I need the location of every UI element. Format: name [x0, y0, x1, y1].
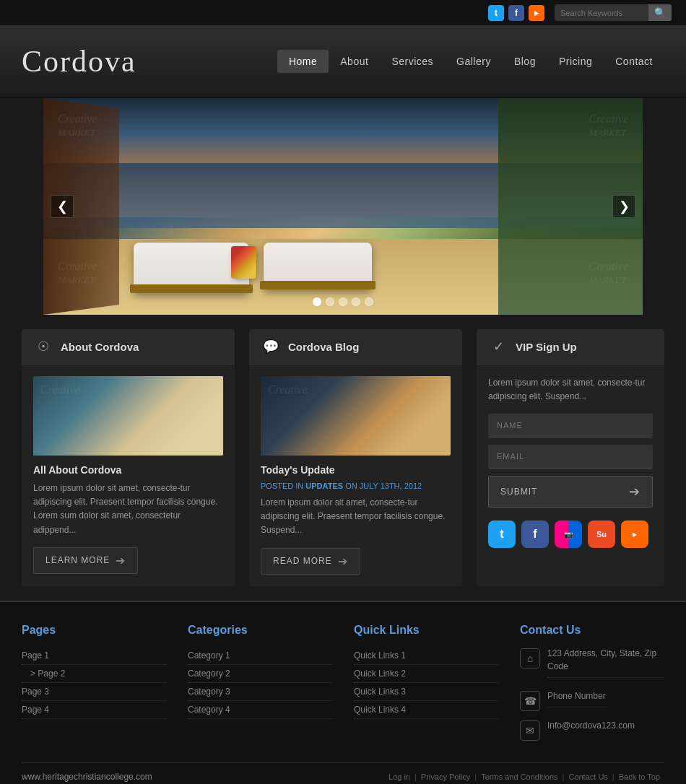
- vip-card-title: VIP Sign Up: [516, 341, 577, 353]
- about-post-title: All About Cordova: [33, 464, 223, 476]
- vip-stumble-icon[interactable]: Su: [588, 521, 615, 548]
- footer-pages-title: Pages: [22, 624, 166, 637]
- blog-meta-prefix: Posted in: [261, 482, 305, 490]
- about-thumb: Creative: [33, 376, 223, 456]
- read-more-label: READ MORE: [273, 556, 332, 566]
- nav-gallery[interactable]: Gallery: [445, 50, 503, 73]
- footer-bottom: www.heritagechristiancollege.com Log in …: [22, 763, 664, 784]
- topbar-rss-icon[interactable]: ▸: [529, 5, 544, 21]
- footer-cat-4[interactable]: Category 4: [188, 701, 332, 719]
- footer-quicklinks-title: Quick Links: [354, 624, 498, 637]
- vip-card-body: Lorem ipsum dolor sit amet, consecte-tur…: [477, 365, 664, 559]
- footer-email-item: ✉ Info@cordova123.com: [520, 719, 664, 741]
- vip-submit-button[interactable]: SUBMIT ➔: [488, 476, 653, 508]
- blog-card-body: Creative Today's Update Posted in UPDATE…: [249, 365, 462, 586]
- footer-ql-3[interactable]: Quick Links 3: [354, 683, 498, 701]
- site-url: www.heritagechristiancollege.com: [22, 770, 152, 783]
- blog-text: Lorem ipsum dolor sit amet, consecte-tur…: [261, 496, 451, 538]
- slider-dot-4[interactable]: [352, 297, 360, 306]
- search-button[interactable]: 🔍: [648, 4, 672, 21]
- nav-about[interactable]: About: [329, 50, 380, 73]
- vip-rss-icon[interactable]: ▸: [621, 521, 648, 548]
- footer-backtotop-link[interactable]: Back to Top: [615, 772, 664, 781]
- phone-icon: ☎: [520, 691, 540, 711]
- footer-page-4[interactable]: Page 4: [22, 701, 166, 719]
- footer-page-2[interactable]: > Page 2: [22, 665, 166, 683]
- slider-dot-5[interactable]: [365, 297, 373, 306]
- vip-facebook-icon[interactable]: f: [521, 521, 549, 548]
- slider-dot-1[interactable]: [313, 297, 321, 306]
- footer-terms-link[interactable]: Terms and Conditions: [477, 772, 562, 781]
- footer-cat-3[interactable]: Category 3: [188, 683, 332, 701]
- logo: Cordova: [22, 44, 136, 79]
- check-icon: ✓: [488, 336, 508, 357]
- footer-address-item: ⌂ 123 Address, City, State, Zip Code: [520, 647, 664, 682]
- footer-contact-title: Contact Us: [520, 624, 664, 637]
- about-card-body: Creative All About Cordova Lorem ipsum d…: [22, 365, 235, 585]
- vip-twitter-icon[interactable]: t: [488, 521, 516, 548]
- vip-card-header: ✓ VIP Sign Up: [477, 329, 664, 365]
- footer-ql-1[interactable]: Quick Links 1: [354, 647, 498, 665]
- footer-login-link[interactable]: Log in: [384, 772, 414, 781]
- footer-cat-1[interactable]: Category 1: [188, 647, 332, 665]
- home-icon: ⌂: [520, 648, 540, 668]
- vip-card: ✓ VIP Sign Up Lorem ipsum dolor sit amet…: [477, 329, 664, 586]
- search-input[interactable]: [555, 6, 648, 20]
- blog-card: 💬 Cordova Blog Creative Today's Update P…: [249, 329, 462, 586]
- vip-flickr-icon[interactable]: 📷: [555, 521, 582, 548]
- footer-contact-col: Contact Us ⌂ 123 Address, City, State, Z…: [520, 624, 664, 748]
- slider-prev-button[interactable]: ❮: [51, 195, 74, 218]
- content-row: ☉ About Cordova Creative All About Cordo…: [0, 315, 686, 601]
- topbar-twitter-icon[interactable]: t: [488, 5, 504, 21]
- footer-categories-title: Categories: [188, 624, 332, 637]
- footer-ql-4[interactable]: Quick Links 4: [354, 701, 498, 719]
- footer-address: 123 Address, City, State, Zip Code: [547, 647, 664, 673]
- learn-more-label: LEARN MORE: [45, 555, 110, 565]
- footer-bottom-links: Log in | Privacy Policy | Terms and Cond…: [384, 772, 664, 781]
- nav-contact[interactable]: Contact: [604, 50, 664, 73]
- nav-services[interactable]: Services: [380, 50, 445, 73]
- slider-dot-3[interactable]: [339, 297, 347, 306]
- blog-card-header: 💬 Cordova Blog: [249, 329, 462, 365]
- vip-email-input[interactable]: [488, 445, 653, 469]
- nav-pricing[interactable]: Pricing: [547, 50, 604, 73]
- footer-cat-2[interactable]: Category 2: [188, 665, 332, 683]
- footer-pages-col: Pages Page 1 > Page 2 Page 3 Page 4: [22, 624, 166, 748]
- vip-submit-arrow-icon: ➔: [629, 484, 641, 500]
- footer-ql-2[interactable]: Quick Links 2: [354, 665, 498, 683]
- footer-contact-link[interactable]: Contact Us: [564, 772, 612, 781]
- hero-image: CreativeMARKET CreativeMARKET CreativeMA…: [43, 98, 643, 315]
- topbar-facebook-icon[interactable]: f: [508, 5, 524, 21]
- footer-phone-item: ☎ Phone Number: [520, 689, 664, 712]
- footer-quicklinks-col: Quick Links Quick Links 1 Quick Links 2 …: [354, 624, 498, 748]
- footer-privacy-link[interactable]: Privacy Policy: [417, 772, 474, 781]
- email-icon: ✉: [520, 720, 540, 741]
- blog-card-title: Cordova Blog: [288, 341, 359, 353]
- footer-email: Info@cordova123.com: [547, 719, 635, 732]
- chat-icon: 💬: [261, 336, 281, 357]
- footer-page-1[interactable]: Page 1: [22, 647, 166, 665]
- main-nav: Home About Services Gallery Blog Pricing…: [277, 50, 664, 73]
- about-card-title: About Cordova: [61, 341, 139, 353]
- slider-dot-2[interactable]: [326, 297, 334, 306]
- blog-meta: Posted in UPDATES on July 13th, 2012: [261, 482, 451, 490]
- blog-post-title: Today's Update: [261, 464, 451, 476]
- blog-meta-date: on July 13th, 2012: [343, 482, 422, 490]
- search-wrap: 🔍: [555, 4, 672, 21]
- hero-slider: CreativeMARKET CreativeMARKET CreativeMA…: [43, 98, 643, 315]
- footer: Pages Page 1 > Page 2 Page 3 Page 4 Cate…: [0, 601, 686, 784]
- vip-name-input[interactable]: [488, 414, 653, 437]
- header: Cordova Home About Services Gallery Blog…: [0, 26, 686, 98]
- nav-blog[interactable]: Blog: [503, 50, 547, 73]
- blog-thumb: Creative: [261, 376, 451, 456]
- about-card: ☉ About Cordova Creative All About Cordo…: [22, 329, 235, 586]
- about-text: Lorem ipsum dolor sit amet, consecte-tur…: [33, 482, 223, 537]
- learn-more-arrow: ➔: [116, 554, 126, 567]
- vip-desc: Lorem ipsum dolor sit amet, consecte-tur…: [488, 376, 653, 404]
- nav-home[interactable]: Home: [277, 50, 329, 73]
- learn-more-button[interactable]: LEARN MORE ➔: [33, 547, 138, 574]
- read-more-button[interactable]: READ MORE ➔: [261, 548, 360, 575]
- vip-submit-label: SUBMIT: [500, 487, 537, 497]
- slider-next-button[interactable]: ❯: [612, 195, 635, 218]
- footer-page-3[interactable]: Page 3: [22, 683, 166, 701]
